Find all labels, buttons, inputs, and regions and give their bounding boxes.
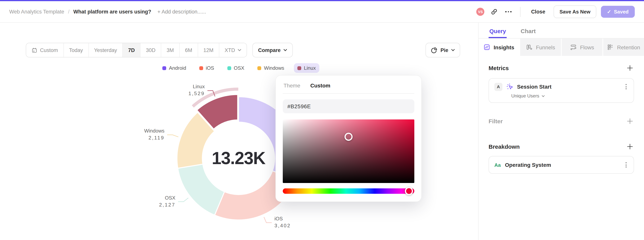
app-window: Web Analytics Template / What platform a… bbox=[0, 0, 644, 240]
share-link-button[interactable] bbox=[488, 6, 500, 18]
metric-options-button[interactable] bbox=[624, 82, 628, 91]
breakdown-options-button[interactable] bbox=[624, 161, 628, 169]
breakdown-heading: Breakdown bbox=[488, 143, 520, 150]
tab-chart[interactable]: Chart bbox=[520, 23, 536, 38]
close-button[interactable]: Close bbox=[527, 6, 549, 18]
filter-heading: Filter bbox=[488, 118, 502, 124]
donut-total-value: 13.23K bbox=[212, 148, 265, 168]
metric-card-row: A Session Start bbox=[494, 82, 628, 91]
breakdown-section-header: Breakdown bbox=[488, 142, 634, 151]
slice-label-name: OSX bbox=[159, 194, 176, 201]
funnels-icon bbox=[526, 44, 532, 51]
chart-canvas: CustomTodayYesterday7D30D3M6M12MXTD Comp… bbox=[0, 23, 478, 240]
saved-button-label: Saved bbox=[614, 9, 628, 15]
metrics-section-header: Metrics bbox=[488, 64, 634, 72]
donut-slice-osx[interactable] bbox=[178, 164, 224, 215]
query-panel: Query Chart InsightsFunnelsFlowsRetentio… bbox=[478, 23, 644, 240]
breadcrumb-root[interactable]: Web Analytics Template bbox=[9, 9, 64, 15]
metric-card[interactable]: A Session Start Unique Users bbox=[488, 78, 634, 103]
color-cursor[interactable] bbox=[344, 133, 352, 141]
color-picker-popover: Theme Custom #B2596E bbox=[276, 75, 422, 202]
page-title[interactable]: What platform are users using? bbox=[73, 9, 151, 15]
hue-slider-knob[interactable] bbox=[405, 187, 413, 195]
slice-label-ios: iOS3,402 bbox=[274, 215, 291, 229]
add-filter-button[interactable] bbox=[626, 117, 634, 125]
top-bar: Web Analytics Template / What platform a… bbox=[0, 1, 644, 23]
view-tab-label: Insights bbox=[494, 44, 514, 50]
link-icon bbox=[491, 9, 498, 15]
topbar-actions: VS Close Save As New ✓ Saved bbox=[476, 6, 644, 18]
add-metric-button[interactable] bbox=[626, 64, 634, 72]
plus-icon bbox=[627, 143, 633, 149]
string-property-icon: Aa bbox=[494, 162, 501, 168]
add-description-button[interactable]: + Add description...... bbox=[157, 9, 206, 15]
breadcrumb: Web Analytics Template / What platform a… bbox=[0, 9, 206, 15]
slice-label-value: 2,127 bbox=[159, 201, 176, 208]
metrics-heading: Metrics bbox=[488, 65, 509, 71]
plus-icon bbox=[627, 65, 633, 71]
view-tab-label: Funnels bbox=[536, 44, 555, 50]
color-picker-tabs: Theme Custom bbox=[283, 82, 414, 94]
slice-label-windows: Windows2,119 bbox=[144, 128, 165, 142]
slice-label-name: iOS bbox=[274, 215, 291, 222]
insights-icon bbox=[484, 44, 490, 51]
avatar[interactable]: VS bbox=[476, 8, 484, 16]
retention-icon bbox=[607, 44, 614, 51]
query-panel-body: Metrics A Ses bbox=[478, 56, 644, 174]
saturation-value-area[interactable] bbox=[283, 119, 414, 183]
breadcrumb-separator: / bbox=[68, 9, 70, 15]
tab-retention[interactable]: Retention bbox=[603, 39, 644, 56]
slice-leader-ios bbox=[264, 217, 272, 223]
slice-label-value: 3,402 bbox=[274, 222, 291, 229]
flows-icon bbox=[570, 44, 576, 51]
slice-label-value: 2,119 bbox=[144, 134, 165, 141]
add-breakdown-button[interactable] bbox=[626, 142, 634, 151]
tab-custom[interactable]: Custom bbox=[310, 82, 330, 89]
view-tab-label: Flows bbox=[580, 44, 594, 50]
check-icon: ✓ bbox=[607, 9, 611, 15]
series-badge: A bbox=[494, 83, 502, 91]
saved-button[interactable]: ✓ Saved bbox=[601, 6, 635, 18]
insight-view-tabs: InsightsFunnelsFlowsRetention bbox=[478, 39, 644, 56]
plus-icon bbox=[627, 118, 633, 124]
hue-slider[interactable] bbox=[283, 188, 414, 194]
save-as-new-button[interactable]: Save As New bbox=[554, 6, 596, 18]
slice-leader-osx bbox=[178, 198, 188, 202]
slice-label-linux: Linux1,529 bbox=[188, 83, 205, 97]
slice-label-osx: OSX2,127 bbox=[159, 194, 176, 208]
slice-label-name: Windows bbox=[144, 128, 165, 134]
panel-header-tabs: Query Chart bbox=[478, 23, 644, 39]
tab-funnels[interactable]: Funnels bbox=[520, 39, 562, 56]
breakdown-property-name[interactable]: Operating System bbox=[505, 162, 551, 168]
metric-name[interactable]: Session Start bbox=[517, 84, 552, 90]
tab-flows[interactable]: Flows bbox=[562, 39, 603, 56]
chevron-down-icon bbox=[542, 95, 544, 97]
tab-insights[interactable]: Insights bbox=[478, 39, 520, 56]
slice-leader-windows bbox=[167, 135, 178, 137]
more-options-button[interactable] bbox=[505, 11, 512, 13]
tab-query[interactable]: Query bbox=[488, 23, 507, 38]
tab-theme[interactable]: Theme bbox=[284, 82, 300, 89]
divider bbox=[520, 7, 520, 17]
aggregation-label: Unique Users bbox=[511, 93, 539, 99]
filter-section-header: Filter bbox=[488, 117, 634, 125]
breakdown-card[interactable]: Aa Operating System bbox=[488, 156, 634, 174]
view-tab-label: Retention bbox=[617, 44, 640, 50]
slice-label-name: Linux bbox=[188, 83, 205, 90]
hex-color-input[interactable]: #B2596E bbox=[283, 99, 414, 113]
slice-label-value: 1,529 bbox=[188, 90, 205, 97]
session-start-icon bbox=[506, 83, 513, 90]
aggregation-selector[interactable]: Unique Users bbox=[511, 93, 628, 99]
